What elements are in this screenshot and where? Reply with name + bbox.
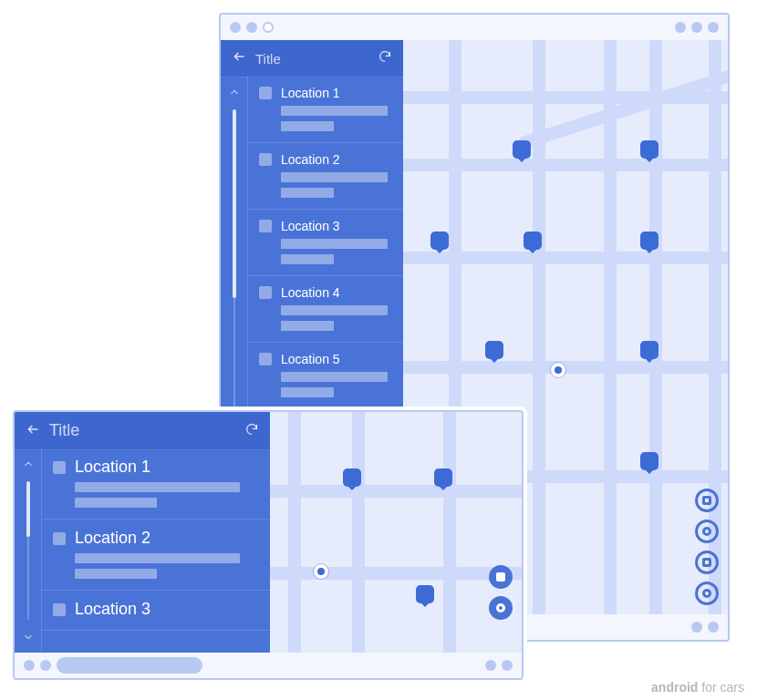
map-pin[interactable] [640,232,658,250]
current-location-dot [551,363,565,377]
map-pin[interactable] [524,232,542,250]
scrollbar-track[interactable] [27,481,29,620]
nav-bar [15,653,522,678]
road-v [288,412,301,653]
nav-dot[interactable] [691,622,702,633]
place-icon [259,286,272,299]
back-icon[interactable] [232,49,246,67]
text-placeholder [281,321,334,331]
map-control-button[interactable] [695,582,719,605]
text-placeholder [75,553,240,563]
nav-dot[interactable] [708,622,719,633]
device-landscape: Title Location 1 Location 2 [13,410,524,680]
text-placeholder [75,498,157,508]
map-pin[interactable] [640,341,658,359]
back-icon[interactable] [26,422,40,440]
map-pin[interactable] [343,468,361,487]
place-icon [259,153,272,166]
map-pin[interactable] [430,232,449,250]
chevron-down-icon[interactable] [22,631,35,643]
refresh-icon[interactable] [378,49,392,67]
list-item[interactable]: Location 2 [42,520,270,591]
map-control-button[interactable] [489,565,513,589]
status-dot [691,22,702,33]
refresh-icon[interactable] [244,422,259,440]
list-item[interactable]: Location 1 [42,448,270,520]
place-icon [259,353,272,365]
place-icon [53,532,66,545]
map-control-button[interactable] [489,596,513,620]
status-dot [675,22,686,33]
map-pin[interactable] [485,341,503,359]
text-placeholder [281,305,388,315]
chevron-up-icon[interactable] [228,86,241,98]
text-placeholder [281,172,388,182]
list-item-label: Location 2 [281,152,340,167]
map-pin[interactable] [513,140,531,159]
road-v [533,40,545,614]
road-v [649,40,662,614]
nav-pill[interactable] [57,657,202,674]
panel-title: Title [255,51,368,67]
panel-title: Title [49,421,235,440]
chevron-up-icon[interactable] [22,458,35,470]
branding-caption: android for cars [651,680,744,695]
road-v [352,412,365,653]
nav-dot[interactable] [485,660,496,671]
list-item-label: Location 2 [75,529,150,548]
list-item-label: Location 3 [281,219,340,233]
text-placeholder [281,372,388,382]
panel-header: Title [221,40,403,77]
text-placeholder [281,106,388,116]
map-pin[interactable] [640,140,658,159]
map-control-button[interactable] [695,489,719,512]
list-item-label: Location 5 [281,352,340,366]
list-item[interactable]: Location 3 [42,591,270,631]
text-placeholder [281,387,334,397]
map-control-button[interactable] [695,520,719,543]
nav-dot[interactable] [40,660,51,671]
place-icon [53,603,66,616]
scrollbar-thumb[interactable] [233,109,236,298]
text-placeholder [281,188,334,198]
road-v [604,40,617,614]
status-dot [246,22,257,33]
nav-dot[interactable] [24,660,35,671]
map-control-button[interactable] [695,551,719,574]
status-dot-open [263,22,274,33]
places-list: Location 1 Location 2 Location 3 [42,448,270,653]
status-dot [708,22,719,33]
text-placeholder [281,239,388,249]
place-icon [259,220,272,232]
nav-dot[interactable] [502,660,513,671]
panel-header: Title [15,412,270,450]
map-canvas[interactable]: Title Location 1 Location 2 [15,412,522,653]
map-controls [489,565,513,620]
text-placeholder [75,482,240,492]
status-dot [230,22,241,33]
list-item[interactable]: Location 3 [248,210,403,276]
text-placeholder [281,254,334,264]
place-icon [53,461,66,474]
place-icon [259,87,272,99]
list-item[interactable]: Location 5 [248,343,403,409]
list-item-label: Location 1 [75,458,150,477]
map-controls [695,489,719,605]
list-item[interactable]: Location 1 [248,77,403,143]
text-placeholder [281,121,334,131]
scrollbar-thumb[interactable] [26,481,30,537]
map-pin[interactable] [416,585,434,603]
text-placeholder [75,569,157,579]
current-location-dot [314,564,328,579]
list-item[interactable]: Location 2 [248,143,403,210]
list-item-label: Location 4 [281,285,340,300]
road-v [443,412,456,653]
status-bar [221,15,728,40]
scroll-gutter[interactable] [15,448,42,653]
list-item-label: Location 1 [281,86,340,100]
map-pin[interactable] [434,468,452,487]
places-panel: Title Location 1 Location 2 [15,412,270,653]
map-pin[interactable] [640,452,658,470]
list-item[interactable]: Location 4 [248,276,403,343]
road-diagonal [520,58,730,149]
